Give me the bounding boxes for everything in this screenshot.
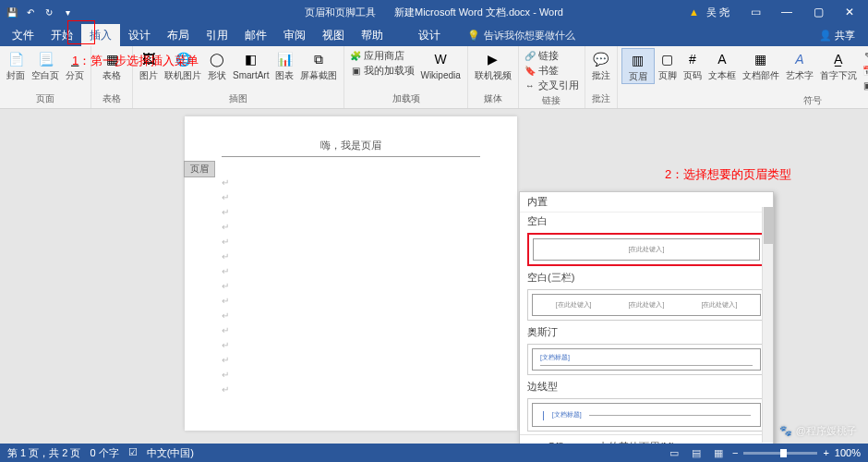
store-button[interactable]: 🧩应用商店 — [350, 49, 415, 63]
tab-references[interactable]: 引用 — [198, 24, 236, 46]
my-addins-button[interactable]: ▣我的加载项 — [350, 64, 415, 78]
read-mode-icon[interactable]: ▭ — [666, 446, 682, 459]
document-area: 1：第一步选择插入菜单 嗨，我是页眉 页眉 ↵ ↵↵ ↵↵ ↵↵ ↵↵ ↵↵ ↵… — [0, 109, 868, 444]
tab-layout[interactable]: 布局 — [159, 24, 198, 46]
signature-icon: ✎ — [862, 51, 868, 62]
gallery-austin-label: 奥斯汀 — [520, 323, 773, 341]
paragraph-mark: ↵ — [222, 176, 480, 190]
save-icon[interactable]: 💾 — [6, 6, 18, 18]
watermark: 🐾 @程序媛桃子 — [779, 424, 857, 438]
header-gallery-dropdown: 内置 空白 [在此处键入] 空白(三栏) [在此处键入] [在此处键入] [在此… — [519, 191, 774, 444]
status-page[interactable]: 第 1 页，共 2 页 — [7, 446, 80, 460]
signature-line-button[interactable]: ✎签名行 — [862, 49, 868, 63]
screenshot-icon: ⧉ — [309, 50, 328, 68]
gallery-sideline-label: 边线型 — [520, 378, 773, 395]
tab-view[interactable]: 视图 — [314, 24, 353, 46]
header-text[interactable]: 嗨，我是页眉 — [222, 139, 480, 152]
print-layout-icon[interactable]: ▤ — [688, 446, 705, 459]
page-number-button[interactable]: #页码 — [681, 48, 705, 82]
annotation-2: 2：选择想要的页眉类型 — [665, 166, 791, 183]
tab-home[interactable]: 开始 — [42, 24, 81, 46]
tab-insert[interactable]: 插入 — [81, 24, 120, 46]
smartart-button[interactable]: ◧SmartArt — [230, 48, 271, 82]
account-area[interactable]: ▲ 吴 尧 — [689, 6, 729, 19]
gallery-item-austin[interactable]: [文档标题] — [527, 344, 766, 375]
share-button[interactable]: 👤 共享 — [810, 29, 864, 43]
header-region[interactable]: 嗨，我是页眉 页眉 — [185, 116, 517, 166]
undo-icon[interactable]: ↶ — [24, 6, 37, 18]
page-number-icon: # — [683, 50, 702, 68]
tab-help[interactable]: 帮助 — [353, 24, 392, 46]
link-button[interactable]: 🔗链接 — [524, 49, 579, 63]
group-addins-label: 加载项 — [348, 91, 463, 106]
share-icon: 👤 — [819, 30, 832, 41]
ribbon-options-icon[interactable]: ▭ — [741, 0, 770, 24]
tell-me-search[interactable]: 💡 告诉我你想要做什么 — [467, 29, 575, 43]
status-proofing-icon[interactable]: ☑ — [128, 446, 138, 460]
statusbar: 第 1 页，共 2 页 0 个字 ☑ 中文(中国) ▭ ▤ ▦ − + 100% — [0, 444, 868, 462]
online-video-button[interactable]: ▶联机视频 — [472, 48, 514, 82]
blank-page-button[interactable]: 📃空白页 — [29, 48, 62, 82]
wikipedia-icon: W — [431, 50, 450, 68]
textbox-button[interactable]: A文本框 — [705, 48, 739, 82]
tab-review[interactable]: 审阅 — [275, 24, 314, 46]
wordart-icon: A — [790, 50, 809, 68]
zoom-in-icon[interactable]: + — [823, 447, 828, 458]
body-area[interactable]: ↵ ↵↵ ↵↵ ↵↵ ↵↵ ↵↵ ↵↵ ↵↵ — [185, 166, 517, 407]
cover-page-button[interactable]: 📄封面 — [4, 48, 28, 82]
gallery-item-blank[interactable]: [在此处键入] — [527, 233, 766, 266]
status-words[interactable]: 0 个字 — [90, 446, 118, 460]
redo-icon[interactable]: ↻ — [42, 6, 55, 18]
close-icon[interactable]: ✕ — [835, 0, 864, 24]
warning-icon: ▲ — [689, 6, 699, 18]
bookmark-button[interactable]: 🔖书签 — [524, 64, 579, 78]
tab-header-design[interactable]: 设计 — [410, 24, 449, 46]
object-icon: ▣ — [862, 80, 868, 91]
tab-mailings[interactable]: 邮件 — [236, 24, 275, 46]
comment-button[interactable]: 💬批注 — [589, 48, 613, 82]
page[interactable]: 嗨，我是页眉 页眉 ↵ ↵↵ ↵↵ ↵↵ ↵↵ ↵↵ ↵↵ ↵↵ — [185, 116, 517, 431]
video-icon: ▶ — [484, 50, 502, 68]
gallery-item-sideline[interactable]: | [文档标题] — [527, 398, 766, 432]
chart-button[interactable]: 📊图表 — [272, 48, 296, 82]
status-language[interactable]: 中文(中国) — [147, 446, 194, 460]
header-icon: ▥ — [629, 51, 647, 69]
addins-icon: ▣ — [350, 66, 361, 77]
minimize-icon[interactable]: — — [772, 0, 802, 24]
group-media-label: 媒体 — [472, 91, 514, 106]
footer-button[interactable]: ▢页脚 — [656, 48, 680, 82]
gallery-builtin-label: 内置 — [520, 192, 773, 213]
date-time-button[interactable]: 📅日期和时间 — [862, 64, 868, 78]
zoom-out-icon[interactable]: − — [732, 447, 738, 458]
qa-dropdown-icon[interactable]: ▾ — [61, 6, 74, 18]
calendar-icon: 📅 — [862, 66, 868, 77]
group-links-label: 链接 — [523, 93, 581, 108]
zoom-level[interactable]: 100% — [835, 447, 861, 458]
zoom-slider-thumb[interactable] — [780, 449, 787, 457]
screenshot-button[interactable]: ⧉屏幕截图 — [297, 48, 340, 82]
chart-icon: 📊 — [275, 50, 294, 68]
contextual-tool-label: 页眉和页脚工具 — [305, 6, 376, 19]
document-title: 新建Microsoft Word 文档.docx - Word — [394, 6, 563, 19]
wikipedia-button[interactable]: WWikipedia — [417, 48, 463, 82]
header-underline — [222, 156, 480, 157]
quick-parts-button[interactable]: ▦文档部件 — [740, 48, 782, 82]
store-icon: 🧩 — [350, 51, 361, 62]
more-headers-office[interactable]: ▣Office.com 中的其他页眉(M) — [520, 437, 773, 444]
maximize-icon[interactable]: ▢ — [803, 0, 833, 24]
tab-file[interactable]: 文件 — [4, 24, 42, 46]
shapes-button[interactable]: ◯形状 — [205, 48, 229, 82]
cross-ref-button[interactable]: ↔交叉引用 — [524, 79, 579, 92]
gallery-scrollbar[interactable] — [762, 207, 773, 443]
web-layout-icon[interactable]: ▦ — [710, 446, 727, 459]
object-button[interactable]: ▣对象 — [862, 79, 868, 92]
gallery-item-blank3[interactable]: [在此处键入] [在此处键入] [在此处键入] — [527, 289, 766, 321]
tab-design[interactable]: 设计 — [120, 24, 159, 46]
scrollbar-thumb[interactable] — [764, 207, 773, 244]
group-illustrations-label: 插图 — [137, 91, 340, 106]
zoom-slider[interactable] — [743, 452, 817, 455]
wordart-button[interactable]: A艺术字 — [783, 48, 816, 82]
drop-cap-button[interactable]: A̲首字下沉 — [817, 48, 860, 82]
group-comments-label: 批注 — [589, 91, 613, 106]
header-button[interactable]: ▥页眉 — [621, 48, 655, 84]
